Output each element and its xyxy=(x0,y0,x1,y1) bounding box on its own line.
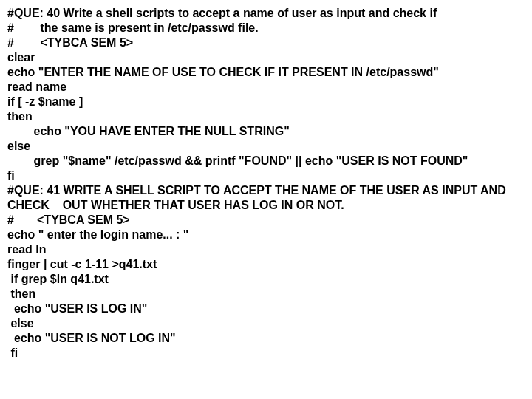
shell-script-code: #QUE: 40 Write a shell scripts to accept… xyxy=(0,0,532,366)
